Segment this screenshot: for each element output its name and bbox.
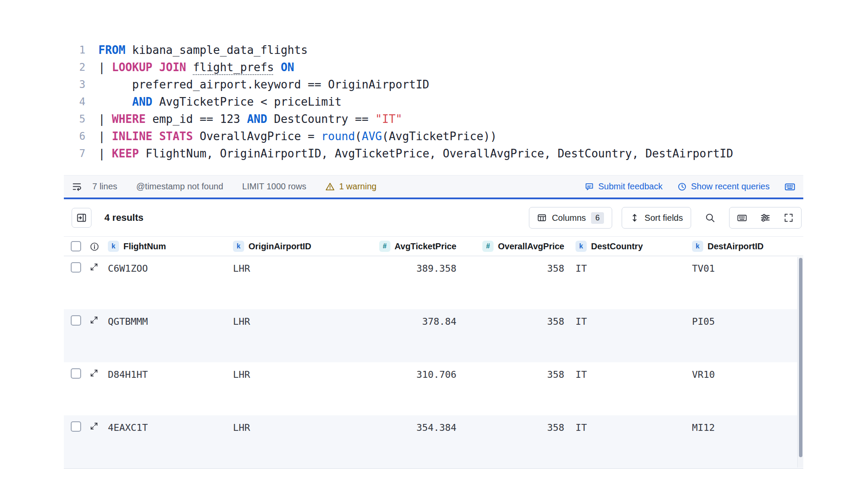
code-token: kibana_sample_data_flights [126, 44, 308, 56]
number-type-icon: # [482, 241, 494, 252]
warning-indicator[interactable]: 1 warning [325, 182, 377, 191]
fullscreen-icon[interactable] [777, 208, 800, 227]
code-line[interactable]: 2| LOOKUP JOIN flight_prefs ON [64, 59, 803, 76]
expand-cell-icon[interactable] [90, 315, 98, 324]
warning-icon [325, 182, 335, 191]
cell-destairportid[interactable]: TV01 [685, 256, 803, 274]
code-token: OverallAvgPrice = [193, 130, 321, 143]
cell-destairportid[interactable]: PI05 [685, 309, 803, 327]
row-checkbox[interactable] [71, 262, 81, 273]
cell-avgticketprice[interactable]: 389.358 [353, 256, 461, 274]
code-line[interactable]: 5| WHERE emp_id == 123 AND DestCountry =… [64, 110, 803, 128]
display-options-icon[interactable] [754, 208, 777, 227]
code-token: DestCountry == [267, 113, 375, 126]
word-wrap-icon[interactable] [72, 182, 82, 192]
toolbar-right: Columns 6 Sort fields [529, 207, 802, 229]
cell-destcountry[interactable]: IT [569, 256, 685, 274]
code-line[interactable]: 6| INLINE STATS OverallAvgPrice = round(… [64, 128, 803, 145]
code-token: AVG [362, 130, 382, 143]
table-body: C6W1ZOOLHR389.358358ITTV01 QGTBMMMLHR378… [64, 256, 803, 468]
expand-cell-icon[interactable] [90, 262, 98, 271]
cell-flightnum[interactable]: D84H1HT [107, 362, 232, 380]
select-all-checkbox[interactable] [71, 241, 81, 251]
column-label: OverallAvgPrice [498, 242, 564, 251]
code-line[interactable]: 1FROM kibana_sample_data_flights [64, 41, 803, 59]
column-label: DestAirportID [708, 242, 764, 251]
code-text: | LOOKUP JOIN flight_prefs ON [98, 61, 294, 74]
row-controls [64, 309, 107, 326]
code-token [274, 61, 281, 74]
cell-destairportid[interactable]: MI12 [685, 415, 803, 433]
code-token: FROM [98, 44, 126, 56]
column-header-overallavgprice[interactable]: #OverallAvgPrice [461, 241, 569, 252]
cell-avgticketprice[interactable]: 354.384 [353, 415, 461, 433]
cell-originairportid[interactable]: LHR [232, 362, 353, 380]
column-header-flightnum[interactable]: kFlightNum [107, 241, 232, 252]
row-checkbox[interactable] [71, 315, 81, 326]
search-icon[interactable] [701, 208, 720, 227]
columns-count-badge: 6 [591, 212, 604, 224]
show-recent-queries-link[interactable]: Show recent queries [677, 182, 770, 191]
expand-cell-icon[interactable] [90, 421, 98, 430]
cell-overallavgprice[interactable]: 358 [461, 415, 569, 433]
submit-feedback-link[interactable]: Submit feedback [585, 182, 663, 191]
cell-flightnum[interactable]: 4EAXC1T [107, 415, 232, 433]
statusbar-right: Submit feedback Show recent queries [585, 181, 796, 192]
scrollbar-thumb[interactable] [799, 258, 802, 457]
vertical-scrollbar[interactable] [797, 257, 803, 467]
cell-avgticketprice[interactable]: 310.706 [353, 362, 461, 380]
cell-overallavgprice[interactable]: 358 [461, 309, 569, 327]
column-header-avgticketprice[interactable]: #AvgTicketPrice [353, 241, 461, 252]
row-controls [64, 362, 107, 379]
code-token: "IT" [375, 113, 403, 126]
columns-icon [537, 213, 547, 223]
code-text: | KEEP FlightNum, OriginAirportID, AvgTi… [98, 147, 733, 160]
line-number: 4 [64, 96, 85, 108]
cell-originairportid[interactable]: LHR [232, 256, 353, 274]
number-type-icon: # [379, 241, 390, 252]
code-line[interactable]: 4 AND AvgTicketPrice < priceLimit [64, 93, 803, 110]
results-table: kFlightNumkOriginAirportID#AvgTicketPric… [64, 236, 803, 469]
cell-destairportid[interactable]: VR10 [685, 362, 803, 380]
code-token: preferred_airport.keyword == OriginAirpo… [98, 78, 429, 91]
line-count-label: 7 lines [92, 182, 117, 191]
keyboard-icon[interactable] [730, 208, 754, 227]
info-icon[interactable] [90, 242, 99, 251]
line-number: 5 [64, 113, 85, 125]
code-token: AND [132, 95, 152, 108]
code-token: | [98, 61, 112, 74]
code-token [98, 95, 132, 108]
code-editor[interactable]: 1FROM kibana_sample_data_flights2| LOOKU… [64, 0, 803, 162]
row-controls [64, 256, 107, 273]
expand-cell-icon[interactable] [90, 368, 98, 377]
code-line[interactable]: 7| KEEP FlightNum, OriginAirportID, AvgT… [64, 145, 803, 162]
cell-overallavgprice[interactable]: 358 [461, 256, 569, 274]
line-number: 3 [64, 78, 85, 91]
cell-flightnum[interactable]: C6W1ZOO [107, 256, 232, 274]
cell-originairportid[interactable]: LHR [232, 309, 353, 327]
column-header-destcountry[interactable]: kDestCountry [569, 241, 685, 252]
column-header-destairportid[interactable]: kDestAirportID [685, 241, 803, 252]
code-token: KEEP [112, 147, 139, 160]
cell-overallavgprice[interactable]: 358 [461, 362, 569, 380]
cell-originairportid[interactable]: LHR [232, 415, 353, 433]
column-label: AvgTicketPrice [395, 242, 456, 251]
toggle-results-panel-button[interactable] [72, 208, 91, 228]
cell-destcountry[interactable]: IT [569, 415, 685, 433]
keyword-type-icon: k [233, 241, 244, 252]
row-checkbox[interactable] [71, 368, 81, 379]
cell-destcountry[interactable]: IT [569, 362, 685, 380]
cell-avgticketprice[interactable]: 378.84 [353, 309, 461, 327]
code-line[interactable]: 3 preferred_airport.keyword == OriginAir… [64, 76, 803, 93]
code-token: WHERE [112, 113, 145, 126]
columns-button[interactable]: Columns 6 [529, 207, 612, 229]
row-checkbox[interactable] [71, 421, 81, 432]
limit-label: LIMIT 1000 rows [242, 182, 306, 191]
code-token: | [98, 113, 112, 126]
sort-fields-button[interactable]: Sort fields [622, 207, 691, 229]
sort-fields-label: Sort fields [645, 213, 683, 223]
keyboard-shortcuts-icon[interactable] [784, 181, 796, 192]
column-header-originairportid[interactable]: kOriginAirportID [232, 241, 353, 252]
cell-flightnum[interactable]: QGTBMMM [107, 309, 232, 327]
cell-destcountry[interactable]: IT [569, 309, 685, 327]
